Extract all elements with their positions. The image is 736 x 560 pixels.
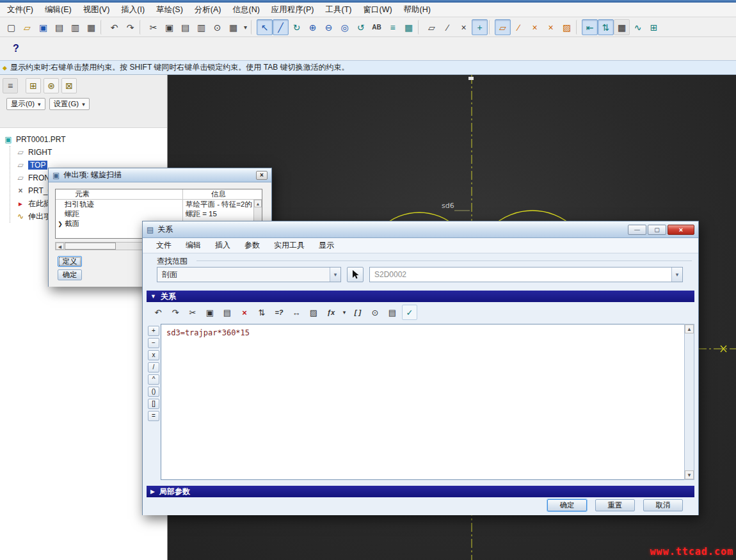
menu-item[interactable]: 视图(V) bbox=[77, 3, 116, 17]
tree-settings-button[interactable]: 设置(G) ▾ bbox=[49, 98, 90, 110]
context-help-icon[interactable]: ? bbox=[8, 40, 24, 57]
model-tree-icon[interactable]: ≡ bbox=[3, 78, 18, 93]
datum-plane-display-icon[interactable]: ▱ bbox=[424, 19, 440, 35]
scroll-up-icon[interactable]: ▲ bbox=[254, 200, 262, 207]
collapse-icon[interactable]: ▼ bbox=[150, 293, 156, 300]
grid-icon[interactable]: ▦ bbox=[225, 19, 241, 35]
report-icon[interactable]: ▤ bbox=[385, 305, 400, 320]
relations-menu-item[interactable]: 参数 bbox=[237, 238, 267, 253]
evaluate-icon[interactable]: =? bbox=[271, 305, 287, 320]
relations-dialog-titlebar[interactable]: ▤ 关系 — ▢ × bbox=[143, 221, 698, 238]
toolbar-separator[interactable] bbox=[489, 20, 493, 35]
save-icon[interactable]: ▣ bbox=[35, 19, 51, 35]
sketch-setup-icon[interactable]: ▱ bbox=[495, 19, 511, 35]
menu-item[interactable]: 窗口(W) bbox=[357, 3, 397, 17]
element-table-row[interactable]: 螺距 螺距 = 15 bbox=[56, 209, 262, 219]
dimension-icon[interactable]: ∕ bbox=[511, 19, 527, 35]
folder-star-icon[interactable]: ⊛ bbox=[44, 78, 59, 93]
tree-item[interactable]: ▱ RIGHT bbox=[16, 146, 167, 159]
copy-icon[interactable]: ▣ bbox=[161, 19, 177, 35]
scroll-up-icon[interactable]: ▲ bbox=[685, 324, 694, 333]
print-icon[interactable]: ▤ bbox=[51, 19, 67, 35]
menu-item[interactable]: 工具(T) bbox=[320, 3, 358, 17]
erase-display-icon[interactable]: ▥ bbox=[67, 19, 83, 35]
insert-image-icon[interactable]: ▨ bbox=[306, 305, 321, 320]
relations-section-header[interactable]: ▼ 关系 bbox=[147, 291, 694, 302]
open-icon[interactable]: ▱ bbox=[19, 19, 35, 35]
close-icon[interactable]: × bbox=[668, 225, 694, 235]
scroll-down-icon[interactable]: ▼ bbox=[685, 470, 694, 479]
cut-icon[interactable]: ✂ bbox=[185, 305, 200, 320]
redo-icon[interactable]: ↷ bbox=[168, 305, 183, 320]
relations-menu-item[interactable]: 显示 bbox=[312, 238, 341, 253]
toolbar-separator[interactable] bbox=[418, 20, 422, 35]
local-parameters-header[interactable]: ▶ 局部参数 bbox=[147, 486, 694, 497]
tool-options-caret-icon[interactable]: ▾ bbox=[241, 19, 250, 35]
cut-icon[interactable]: ✂ bbox=[145, 19, 161, 35]
relations-menu-item[interactable]: 实用工具 bbox=[267, 238, 312, 253]
undo-icon[interactable]: ↶ bbox=[150, 305, 166, 320]
chevron-down-icon[interactable]: ▾ bbox=[671, 268, 682, 282]
scroll-left-icon[interactable]: ◀ bbox=[56, 243, 64, 250]
menu-item[interactable]: 插入(I) bbox=[115, 3, 150, 17]
undo-icon[interactable]: ↶ bbox=[106, 19, 122, 35]
copy-icon[interactable]: ▣ bbox=[202, 305, 218, 320]
units-icon[interactable]: ↔ bbox=[289, 305, 304, 320]
operators-icon[interactable]: [ ] bbox=[350, 305, 365, 320]
editor-vertical-scrollbar[interactable]: ▲ ▼ bbox=[684, 324, 694, 480]
redo-icon[interactable]: ↷ bbox=[122, 19, 138, 35]
operator-button[interactable]: + bbox=[148, 326, 159, 336]
select-arrow-icon[interactable]: ↖ bbox=[257, 19, 273, 35]
datum-axis-display-icon[interactable]: ∕ bbox=[440, 19, 456, 35]
functions-caret-icon[interactable]: ▾ bbox=[340, 305, 348, 320]
relations-menu-item[interactable]: 插入 bbox=[208, 238, 237, 253]
more-tools-icon[interactable]: ⊞ bbox=[646, 19, 662, 35]
palette-icon[interactable]: ▨ bbox=[559, 19, 575, 35]
menu-item[interactable]: 信息(N) bbox=[227, 3, 265, 17]
maximize-icon[interactable]: ▢ bbox=[648, 225, 666, 235]
tree-show-button[interactable]: 显示(0) ▾ bbox=[6, 98, 45, 110]
operator-button[interactable]: () bbox=[148, 387, 159, 397]
ok-button[interactable]: 确定 bbox=[547, 499, 587, 511]
find-icon[interactable]: ⊙ bbox=[367, 305, 383, 320]
operator-button[interactable]: = bbox=[148, 411, 159, 421]
element-table-row[interactable]: 扫引轨迹 草绘平面 - 特征=2的 bbox=[56, 200, 262, 209]
relations-menu-item[interactable]: 编辑 bbox=[179, 238, 208, 253]
menu-item[interactable]: 应用程序(P) bbox=[266, 3, 320, 17]
delete-icon[interactable]: × bbox=[237, 305, 252, 320]
folder-lock-icon[interactable]: ⊠ bbox=[61, 78, 77, 93]
operator-button[interactable]: / bbox=[148, 362, 159, 372]
relations-menu-item[interactable]: 文件 bbox=[149, 238, 179, 253]
minimize-icon[interactable]: — bbox=[628, 225, 646, 235]
toolbar-separator[interactable] bbox=[100, 20, 105, 35]
menu-item[interactable]: 帮助(H) bbox=[398, 3, 436, 17]
paste-icon[interactable]: ▤ bbox=[220, 305, 235, 320]
rename-icon[interactable]: AB bbox=[369, 19, 385, 35]
zoom-fit-icon[interactable]: ◎ bbox=[337, 19, 353, 35]
tree-root-item[interactable]: ▣ PRT0001.PRT bbox=[4, 133, 167, 146]
grid-snap-icon[interactable]: ▦ bbox=[614, 19, 630, 35]
cancel-button[interactable]: 取消 bbox=[643, 499, 683, 511]
expand-icon[interactable]: ▶ bbox=[150, 488, 155, 495]
relations-editor[interactable]: sd3=trajpar*360*15 bbox=[161, 324, 684, 480]
close-icon[interactable]: × bbox=[256, 171, 268, 180]
constraint-icon[interactable]: × bbox=[527, 19, 543, 35]
accept-icon[interactable]: ⇤ bbox=[582, 19, 598, 35]
feature-dialog-titlebar[interactable]: ▣ 伸出项: 螺旋扫描 × bbox=[49, 168, 271, 182]
target-model-combo[interactable]: S2D0002 ▾ bbox=[369, 267, 683, 282]
chevron-down-icon[interactable]: ▾ bbox=[330, 268, 340, 282]
menu-item[interactable]: 草绘(S) bbox=[150, 3, 189, 17]
menu-item[interactable]: 文件(F) bbox=[1, 3, 39, 17]
reset-button[interactable]: 重置 bbox=[595, 499, 635, 511]
trim-icon[interactable]: × bbox=[543, 19, 559, 35]
reorient-view-icon[interactable]: ↺ bbox=[353, 19, 369, 35]
sketch-display-icon[interactable]: ╱ bbox=[273, 19, 289, 35]
operator-button[interactable]: [] bbox=[148, 399, 159, 409]
feature-ok-button[interactable]: 确定 bbox=[58, 269, 82, 280]
pick-arrow-button[interactable] bbox=[347, 267, 364, 282]
define-button[interactable]: 定义 bbox=[58, 256, 82, 267]
verify-icon[interactable]: ✓ bbox=[402, 305, 417, 320]
operator-button[interactable]: ^ bbox=[148, 374, 159, 385]
paste-icon[interactable]: ▤ bbox=[177, 19, 193, 35]
analysis-icon[interactable]: ∿ bbox=[630, 19, 646, 35]
